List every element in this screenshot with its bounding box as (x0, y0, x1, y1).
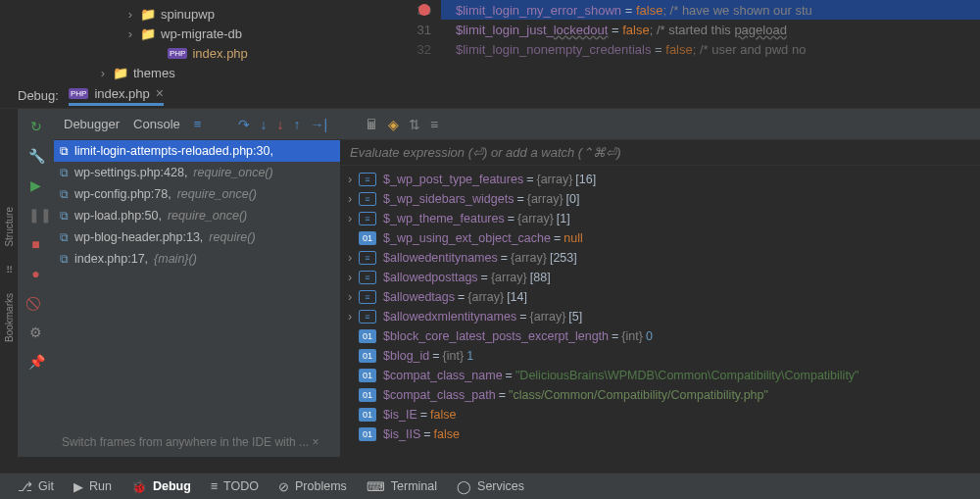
rerun-icon[interactable]: ↻ (28, 119, 44, 134)
php-file-icon: PHP (168, 48, 187, 59)
structure-tool[interactable]: Structure (4, 207, 15, 247)
branch-icon: ⎇ (18, 479, 32, 494)
close-icon[interactable]: × (156, 85, 164, 101)
terminal-tool[interactable]: ⌨Terminal (367, 479, 437, 494)
tree-item[interactable]: PHPindex.php (153, 43, 387, 63)
services-tool[interactable]: ◯Services (457, 479, 524, 494)
variable-row[interactable]: 01$compat_class_path = "class/Common/Com… (340, 385, 980, 405)
trace-icon[interactable]: ◈ (388, 117, 399, 132)
variable-row[interactable]: 01$is_IE = false (340, 405, 980, 424)
view-breakpoints-icon[interactable]: ● (28, 266, 44, 281)
variable-row[interactable]: 01$is_IIS = false (340, 424, 980, 444)
variable-row[interactable]: ›≡$allowedtags = {array} [14] (340, 287, 980, 307)
step-over-icon[interactable]: ↷ (238, 117, 250, 132)
debug-label: Debug: (18, 88, 59, 103)
stack-frame[interactable]: ⧉wp-settings.php:428, require_once() (54, 162, 340, 183)
debug-tool[interactable]: 🐞Debug (131, 479, 191, 494)
variable-row[interactable]: ›≡$_wp_post_type_features = {array} [16] (340, 170, 980, 189)
terminal-icon: ⌨ (367, 479, 385, 494)
filter-icon[interactable]: ≡ (430, 117, 438, 132)
bottom-bar: ⎇Git ▶Run 🐞Debug ≡TODO ⊘Problems ⌨Termin… (0, 473, 980, 499)
debug-tab-active[interactable]: PHPindex.php× (69, 85, 164, 106)
todo-tool[interactable]: ≡TODO (211, 479, 259, 493)
variable-row[interactable]: 01$compat_class_name = "DeliciousBrains\… (340, 366, 980, 385)
breakpoint-icon[interactable] (418, 4, 430, 16)
editor[interactable]: 30$limit_login_my_error_shown = false; /… (387, 0, 980, 83)
tree-item[interactable]: ›📁wp-migrate-db (125, 24, 387, 43)
frame-icon: ⧉ (60, 230, 69, 244)
services-icon: ◯ (457, 479, 471, 494)
stack-frame[interactable]: ⧉index.php:17, {main}() (54, 248, 340, 270)
run-to-cursor-icon[interactable]: →| (310, 117, 327, 132)
gear-icon[interactable]: ⚙ (28, 324, 44, 340)
project-tree[interactable]: ›📁spinupwp ›📁wp-migrate-db PHPindex.php … (0, 0, 387, 83)
evaluate-icon[interactable]: 🖩 (365, 117, 378, 132)
threads-icon[interactable]: ≡ (194, 117, 202, 131)
variable-row[interactable]: ›≡$allowedxmlentitynames = {array} [5] (340, 307, 980, 326)
chevron-icon: › (98, 66, 108, 80)
debug-toolbar: Debugger Console ≡ ↷ ↓ ↓ ↑ →| 🖩 ◈ ⇅ ≡ (54, 109, 980, 140)
run-tool[interactable]: ▶Run (74, 479, 112, 494)
stack-frame[interactable]: ⧉limit-login-attempts-reloaded.php:30, (54, 140, 340, 162)
console-tab[interactable]: Console (133, 117, 180, 131)
debug-controls: ↻ 🔧 ▶ ❚❚ ■ ● ⃠ ⚙ 📌 (18, 109, 54, 457)
variable-row[interactable]: ›≡$_wp_theme_features = {array} [1] (340, 209, 980, 228)
stack-frame[interactable]: ⧉wp-config.php:78, require_once() (54, 183, 340, 205)
debugger-tab[interactable]: Debugger (64, 117, 120, 131)
chevron-icon: › (125, 7, 135, 22)
play-icon: ▶ (74, 479, 83, 494)
pin-icon[interactable]: 📌 (28, 354, 44, 370)
debug-tabs: Debug: PHPindex.php× (0, 83, 980, 109)
chevron-icon: › (125, 26, 135, 41)
variable-row[interactable]: ›≡$_wp_sidebars_widgets = {array} [0] (340, 189, 980, 209)
frame-icon: ⧉ (60, 187, 69, 201)
variable-row[interactable]: ›≡$allowedposttags = {array} [88] (340, 268, 980, 287)
eval-input[interactable]: Evaluate expression (⏎) or add a watch (… (340, 140, 980, 166)
frame-icon: ⧉ (60, 144, 69, 158)
mute-breakpoints-icon[interactable]: ⃠ (28, 295, 44, 311)
problems-tool[interactable]: ⊘Problems (278, 479, 347, 494)
bookmarks-tool[interactable]: Bookmarks (4, 293, 15, 342)
tree-item[interactable]: ›📁themes (98, 63, 387, 82)
frame-icon: ⧉ (60, 166, 69, 179)
force-step-icon[interactable]: ↓ (276, 117, 283, 132)
left-bar: Structure ⠿ Bookmarks (0, 109, 18, 457)
variable-row[interactable]: 01$_wp_using_ext_object_cache = null (340, 228, 980, 248)
variable-row[interactable]: 01$block_core_latest_posts_excerpt_lengt… (340, 326, 980, 346)
step-into-icon[interactable]: ↓ (260, 117, 267, 132)
list-icon: ≡ (211, 479, 218, 493)
frames-list[interactable]: ⧉limit-login-attempts-reloaded.php:30, ⧉… (54, 140, 340, 457)
sort-icon[interactable]: ⇅ (409, 117, 420, 132)
frame-icon: ⧉ (60, 209, 69, 223)
git-tool[interactable]: ⎇Git (18, 479, 54, 494)
folder-icon: 📁 (140, 26, 156, 41)
warning-icon: ⊘ (278, 479, 289, 494)
variable-row[interactable]: 01$blog_id = {int} 1 (340, 346, 980, 366)
variables-panel[interactable]: Evaluate expression (⏎) or add a watch (… (340, 140, 980, 457)
folder-icon: 📁 (140, 7, 156, 22)
stop-icon[interactable]: ■ (28, 236, 44, 252)
variable-row[interactable]: ›≡$allowedentitynames = {array} [253] (340, 248, 980, 268)
bug-icon: 🐞 (131, 479, 147, 494)
step-out-icon[interactable]: ↑ (293, 117, 300, 132)
pause-icon[interactable]: ❚❚ (28, 207, 44, 223)
stack-frame[interactable]: ⧉wp-blog-header.php:13, require() (54, 226, 340, 248)
stack-frame[interactable]: ⧉wp-load.php:50, require_once() (54, 205, 340, 226)
php-file-icon: PHP (69, 88, 88, 99)
hint-text: Switch frames from anywhere in the IDE w… (54, 427, 340, 457)
tree-item[interactable]: ›📁spinupwp (125, 4, 387, 24)
settings-icon[interactable]: 🔧 (28, 148, 44, 164)
resume-icon[interactable]: ▶ (28, 177, 44, 193)
frame-icon: ⧉ (60, 252, 69, 266)
folder-icon: 📁 (113, 66, 128, 80)
